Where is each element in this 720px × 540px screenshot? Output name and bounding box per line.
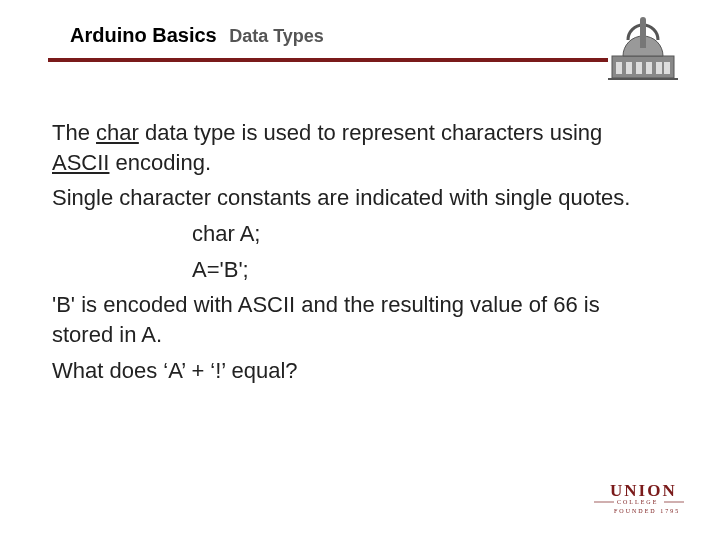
- svg-text:FOUNDED 1795: FOUNDED 1795: [614, 508, 680, 514]
- svg-rect-5: [656, 62, 662, 74]
- slide: Arduino Basics Data Types The char data …: [0, 0, 720, 540]
- text: encoding.: [109, 150, 211, 175]
- slide-body: The char data type is used to represent …: [0, 70, 720, 386]
- svg-text:UNION: UNION: [610, 481, 677, 500]
- keyword-char: char: [96, 120, 139, 145]
- svg-rect-1: [616, 62, 622, 74]
- svg-rect-3: [636, 62, 642, 74]
- paragraph-3: 'B' is encoded with ASCII and the result…: [52, 290, 656, 349]
- header-rule: [48, 58, 608, 62]
- title-main: Arduino Basics: [70, 24, 217, 46]
- svg-rect-2: [626, 62, 632, 74]
- svg-rect-4: [646, 62, 652, 74]
- code-line-1: char A;: [192, 219, 656, 249]
- svg-rect-7: [640, 20, 646, 48]
- text: data type is used to represent character…: [139, 120, 602, 145]
- svg-point-8: [640, 17, 646, 23]
- paragraph-2: Single character constants are indicated…: [52, 183, 656, 213]
- svg-rect-6: [664, 62, 670, 74]
- keyword-ascii: ASCII: [52, 150, 109, 175]
- text: The: [52, 120, 96, 145]
- title-sub: Data Types: [229, 26, 324, 46]
- union-college-logo: UNION COLLEGE FOUNDED 1795: [592, 480, 688, 520]
- institution-seal-icon: [598, 12, 688, 90]
- paragraph-1: The char data type is used to represent …: [52, 118, 656, 177]
- code-line-2: A='B';: [192, 255, 656, 285]
- paragraph-4: What does ‘A’ + ‘!’ equal?: [52, 356, 656, 386]
- svg-text:COLLEGE: COLLEGE: [617, 499, 658, 505]
